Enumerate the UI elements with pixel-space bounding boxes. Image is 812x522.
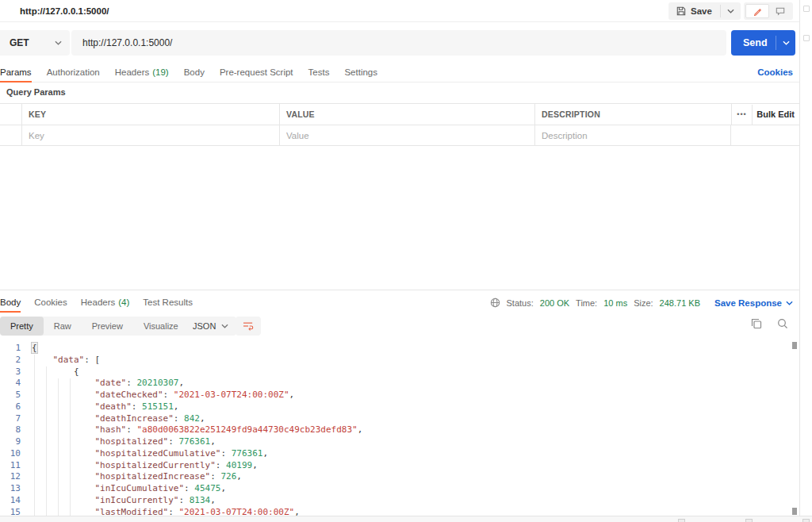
response-tab-headers[interactable]: Headers(4) [81, 293, 130, 313]
send-button-group: Send [731, 30, 795, 56]
line-number: 12 [0, 471, 21, 483]
chevron-down-icon [221, 324, 228, 328]
time-label: Time: [576, 298, 597, 308]
chevron-down-icon [783, 40, 790, 45]
editor-scrollbar[interactable] [791, 340, 798, 516]
pencil-icon [753, 7, 762, 16]
chevron-down-icon [786, 301, 793, 305]
code-text: "date": 20210307, [21, 378, 184, 390]
line-number: 15 [0, 507, 21, 516]
request-tab-headers[interactable]: Headers(19) [115, 63, 169, 82]
save-icon [676, 6, 686, 16]
view-tab-raw[interactable]: Raw [44, 317, 82, 336]
line-number: 5 [0, 390, 21, 401]
param-description-input[interactable] [542, 131, 724, 140]
tab-label: Authorization [47, 63, 100, 82]
response-body-editor[interactable]: 1{2 "data": [3 {4 "date": 20210307,5 "da… [0, 340, 799, 516]
tab-label: Preview [92, 321, 123, 331]
response-tab-test-results[interactable]: Test Results [143, 293, 193, 313]
code-text: { [21, 343, 37, 355]
response-meta: Status: 200 OK Time: 10 ms Size: 248.71 … [490, 293, 793, 313]
code-text: "hospitalizedCurrently": 40199, [21, 460, 258, 472]
code-line: 2 "data": [ [0, 355, 799, 367]
code-line: 3 { [0, 367, 799, 378]
line-number: 13 [0, 483, 21, 495]
time-value: 10 ms [603, 298, 627, 308]
comments-button[interactable] [769, 4, 791, 18]
bottombar-icon [678, 519, 685, 522]
response-tabs: BodyCookiesHeaders(4)Test Results [0, 293, 193, 313]
tab-label: Pre-request Script [220, 63, 293, 82]
response-tab-body[interactable]: Body [0, 293, 21, 313]
save-button-group: Save [668, 2, 741, 20]
request-tab-authorization[interactable]: Authorization [47, 63, 100, 82]
response-tab-cookies[interactable]: Cookies [34, 293, 67, 313]
tab-label: Visualize [144, 321, 178, 331]
request-tabs: ParamsAuthorizationHeaders(19)BodyPre-re… [0, 63, 799, 83]
method-select[interactable]: GET [0, 30, 70, 56]
save-options-button[interactable] [721, 2, 741, 20]
scrollbar-thumb[interactable] [792, 342, 797, 349]
search-response-button[interactable] [777, 318, 788, 329]
query-params-input-row [0, 125, 799, 145]
line-number: 7 [0, 413, 21, 425]
comment-icon [776, 6, 785, 16]
tab-label: Cookies [34, 293, 67, 313]
copy-response-button[interactable] [751, 318, 762, 329]
code-text: "hash": "a80d0063822e251249fd9a44730c49c… [21, 424, 362, 436]
query-params-header-row: KEY VALUE DESCRIPTION ••• Bulk Edit [0, 104, 799, 125]
code-line: 11 "hospitalizedCurrently": 40199, [0, 460, 799, 472]
line-number: 8 [0, 424, 21, 436]
view-tab-pretty[interactable]: Pretty [0, 317, 44, 336]
request-tab-tests[interactable]: Tests [308, 63, 330, 82]
copy-icon [751, 318, 762, 329]
code-line: 13 "inIcuCumulative": 45475, [0, 483, 799, 495]
bottombar-icon [802, 519, 810, 522]
request-tab-params[interactable]: Params [0, 63, 32, 82]
line-number: 9 [0, 436, 21, 448]
view-tab-visualize[interactable]: Visualize [133, 317, 189, 336]
tab-label: Headers [115, 63, 149, 82]
code-text: { [21, 367, 79, 378]
tab-label: Pretty [10, 321, 33, 331]
cookies-link[interactable]: Cookies [757, 63, 793, 81]
request-tab-body[interactable]: Body [184, 63, 205, 82]
save-response-label: Save Response [714, 298, 782, 308]
bulk-edit-button[interactable]: Bulk Edit [752, 105, 799, 125]
rail-icon[interactable] [803, 35, 810, 41]
more-options-icon[interactable]: ••• [732, 110, 752, 118]
request-tab-settings[interactable]: Settings [344, 63, 377, 82]
request-tab-pre-request-script[interactable]: Pre-request Script [220, 63, 293, 82]
size-label: Size: [634, 298, 653, 308]
rail-icon[interactable] [803, 6, 810, 12]
tab-label: Body [184, 63, 205, 82]
url-input[interactable] [71, 30, 726, 56]
code-line: 7 "deathIncrease": 842, [0, 413, 799, 425]
response-view-tabs: PrettyRawPreviewVisualize [0, 317, 189, 336]
code-text: "death": 515151, [21, 401, 178, 413]
edit-mode-button[interactable] [745, 4, 769, 18]
code-line: 12 "hospitalizedIncrease": 726, [0, 471, 799, 483]
param-key-input[interactable] [29, 131, 273, 140]
format-select-value: JSON [193, 321, 216, 331]
param-value-input[interactable] [286, 131, 528, 140]
format-select[interactable]: JSON [185, 317, 236, 336]
code-text: "lastModified": "2021-03-07T24:00:00Z", [21, 507, 300, 516]
view-tab-preview[interactable]: Preview [82, 317, 133, 336]
wrap-text-icon [243, 321, 254, 331]
code-line: 15 "lastModified": "2021-03-07T24:00:00Z… [0, 507, 799, 516]
code-line: 4 "date": 20210307, [0, 378, 799, 390]
query-params-table: KEY VALUE DESCRIPTION ••• Bulk Edit [0, 103, 799, 146]
send-button[interactable]: Send [743, 37, 776, 48]
status-value: 200 OK [540, 298, 569, 308]
save-response-button[interactable]: Save Response [714, 298, 793, 308]
wrap-text-button[interactable] [236, 317, 261, 336]
mode-toggle-group [744, 2, 793, 20]
search-icon [777, 318, 788, 329]
code-text: "dateChecked": "2021-03-07T24:00:00Z", [21, 390, 294, 401]
request-title: http://127.0.0.1:5000/ [20, 0, 109, 22]
response-header: BodyCookiesHeaders(4)Test Results Status… [0, 290, 799, 313]
send-options-button[interactable] [776, 40, 795, 45]
method-select-value: GET [10, 37, 55, 48]
save-button[interactable]: Save [668, 2, 720, 20]
